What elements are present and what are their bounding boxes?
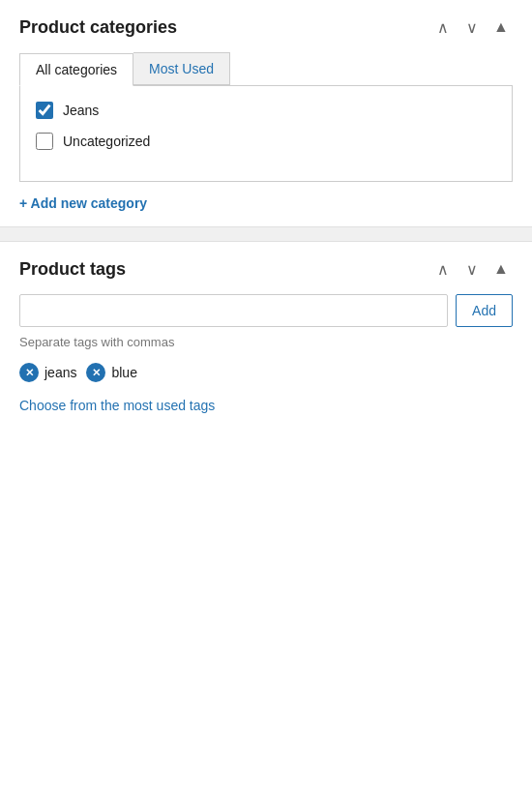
tags-chevron-up-icon[interactable]: ∧ xyxy=(431,257,455,281)
checkbox-jeans[interactable] xyxy=(36,102,53,119)
tags-input-row: Add xyxy=(19,294,513,327)
tags-controls: ∧ ∨ ▲ xyxy=(431,257,513,281)
tags-list: jeans blue xyxy=(19,363,513,382)
tags-section: Product tags ∧ ∨ ▲ Add Separate tags wit… xyxy=(0,242,532,429)
add-tag-button[interactable]: Add xyxy=(456,294,513,327)
tag-item-jeans: jeans xyxy=(19,363,76,382)
tags-text-input[interactable] xyxy=(19,294,448,327)
category-tabs: All categories Most Used xyxy=(19,52,513,85)
remove-jeans-tag-icon[interactable] xyxy=(19,363,39,382)
tags-title: Product tags xyxy=(19,259,126,280)
tags-chevron-down-icon[interactable]: ∨ xyxy=(460,257,484,281)
section-divider xyxy=(0,226,532,242)
chevron-up-icon[interactable]: ∧ xyxy=(431,15,455,39)
add-new-category-link[interactable]: + Add new category xyxy=(19,195,147,211)
categories-controls: ∧ ∨ ▲ xyxy=(431,15,513,39)
tags-header: Product tags ∧ ∨ ▲ xyxy=(19,257,513,281)
category-item-jeans: Jeans xyxy=(36,102,496,119)
category-label-jeans: Jeans xyxy=(63,103,99,118)
categories-box: Jeans Uncategorized xyxy=(19,85,513,182)
categories-section: Product categories ∧ ∨ ▲ All categories … xyxy=(0,0,532,226)
tab-most-used[interactable]: Most Used xyxy=(133,52,230,85)
category-item-uncategorized: Uncategorized xyxy=(36,133,496,150)
triangle-up-icon[interactable]: ▲ xyxy=(489,15,513,39)
category-label-uncategorized: Uncategorized xyxy=(63,134,150,149)
tags-hint: Separate tags with commas xyxy=(19,335,513,349)
remove-blue-tag-icon[interactable] xyxy=(86,363,105,382)
checkbox-uncategorized[interactable] xyxy=(36,133,53,150)
categories-title: Product categories xyxy=(19,17,177,38)
tag-label-jeans: jeans xyxy=(44,365,76,380)
tag-label-blue: blue xyxy=(111,365,136,380)
choose-most-used-tags-link[interactable]: Choose from the most used tags xyxy=(19,398,215,413)
tags-triangle-up-icon[interactable]: ▲ xyxy=(489,257,513,281)
categories-header: Product categories ∧ ∨ ▲ xyxy=(19,15,513,39)
tab-all-categories[interactable]: All categories xyxy=(19,53,133,86)
chevron-down-icon[interactable]: ∨ xyxy=(460,15,484,39)
tag-item-blue: blue xyxy=(86,363,136,382)
